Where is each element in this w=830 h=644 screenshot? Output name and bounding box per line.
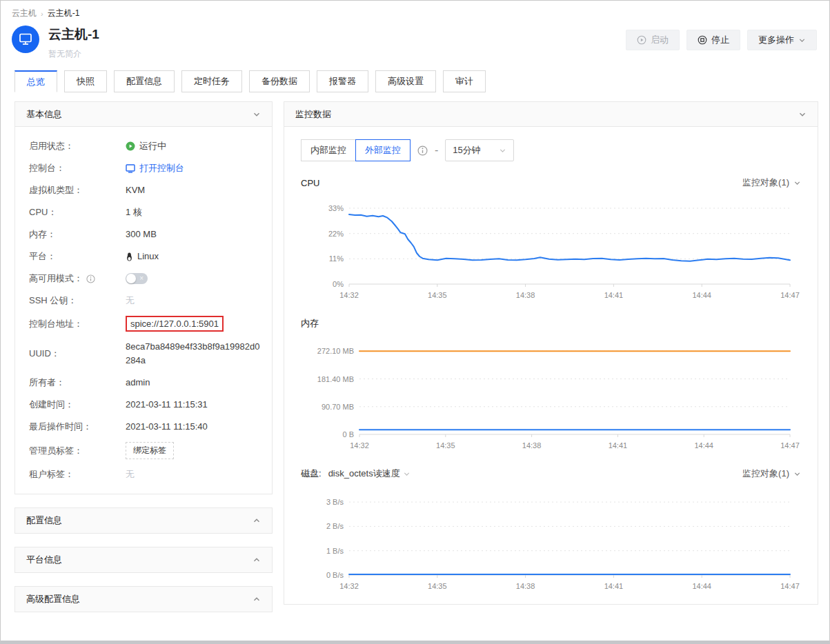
svg-text:0 B/s: 0 B/s xyxy=(326,571,344,579)
stop-circle-icon xyxy=(698,35,707,45)
monitor-target-dropdown-disk[interactable]: 监控对象(1) xyxy=(742,467,801,480)
info-label: 内存： xyxy=(29,228,126,241)
monitoring-panel: 监控数据 内部监控 外部监控 - 15分钟 CP xyxy=(284,101,818,605)
info-row-cpu: CPU： 1 核 xyxy=(29,205,261,219)
page-subtitle: 暂无简介 xyxy=(48,48,99,60)
config-info-title: 配置信息 xyxy=(26,514,62,527)
disk-chart: 0 B/s1 B/s2 B/s3 B/s14:3214:3514:3814:41… xyxy=(301,484,801,593)
info-row-status: 启用状态： 运行中 xyxy=(29,139,261,153)
info-row-uuid: UUID： 8eca7ba8489e4f33b8f9a19982d0284a xyxy=(29,340,261,368)
chevron-up-icon xyxy=(253,556,261,564)
svg-text:14:44: 14:44 xyxy=(692,582,711,590)
breadcrumb-current: 云主机-1 xyxy=(48,8,80,19)
breadcrumb: 云主机 › 云主机-1 xyxy=(1,1,829,19)
platform-value: Linux xyxy=(126,250,261,263)
memory-value: 300 MB xyxy=(126,228,261,241)
start-button[interactable]: 启动 xyxy=(626,30,680,50)
uuid-value: 8eca7ba8489e4f33b8f9a19982d0284a xyxy=(126,340,261,368)
monitor-target-label: 监控对象(1) xyxy=(742,177,789,189)
info-row-create-time: 创建时间： 2021-03-11 11:15:31 xyxy=(29,398,261,412)
linux-penguin-icon xyxy=(126,252,133,261)
monitoring-panel-header[interactable]: 监控数据 xyxy=(284,102,818,127)
info-label: 平台： xyxy=(29,250,126,263)
svg-text:11%: 11% xyxy=(329,254,344,263)
chevron-up-icon xyxy=(253,595,261,603)
svg-text:14:35: 14:35 xyxy=(428,582,447,590)
header-actions: 启动 停止 更多操作 xyxy=(626,30,817,50)
monitoring-title: 监控数据 xyxy=(295,108,331,121)
info-label: 虚拟机类型： xyxy=(29,183,126,197)
tab-audit[interactable]: 审计 xyxy=(443,70,486,92)
interval-select[interactable]: 15分钟 xyxy=(445,139,514,161)
info-label: 控制台地址： xyxy=(29,316,126,332)
svg-text:14:38: 14:38 xyxy=(522,441,542,450)
monitor-target-dropdown-cpu[interactable]: 监控对象(1) xyxy=(742,177,801,189)
advanced-config-panel: 高级配置信息 xyxy=(14,586,273,612)
svg-text:14:32: 14:32 xyxy=(339,582,359,590)
internal-monitor-button[interactable]: 内部监控 xyxy=(301,139,355,161)
left-column: 基本信息 启用状态： 运行中 控制台： 打开控制台 xyxy=(14,101,273,612)
toggle-off-x: × xyxy=(139,273,144,284)
info-row-owner: 所有者： admin xyxy=(29,376,261,390)
info-row-ssh-key: SSH 公钥： 无 xyxy=(29,294,261,308)
info-label: 启用状态： xyxy=(29,139,126,153)
tab-snapshot[interactable]: 快照 xyxy=(64,70,107,92)
info-icon[interactable] xyxy=(417,145,428,156)
open-console-link[interactable]: 打开控制台 xyxy=(126,161,184,175)
memory-section-header: 内存 xyxy=(301,317,801,330)
info-label: 高可用模式： xyxy=(29,272,126,285)
info-label: CPU： xyxy=(29,205,126,219)
chevron-down-icon xyxy=(403,470,411,478)
svg-text:14:47: 14:47 xyxy=(780,291,800,299)
console-value: 打开控制台 xyxy=(126,161,261,175)
info-icon[interactable] xyxy=(86,274,95,283)
info-row-admin-tag: 管理员标签： 绑定标签 xyxy=(29,442,261,459)
svg-text:14:32: 14:32 xyxy=(350,441,369,450)
info-row-console: 控制台： 打开控制台 xyxy=(29,161,261,175)
svg-text:14:41: 14:41 xyxy=(604,582,624,590)
platform-info-panel-header[interactable]: 平台信息 xyxy=(15,547,272,572)
external-monitor-button[interactable]: 外部监控 xyxy=(355,139,411,161)
memory-chart-title: 内存 xyxy=(301,317,319,330)
tab-advanced-settings[interactable]: 高级设置 xyxy=(375,70,436,92)
monitor-target-label: 监控对象(1) xyxy=(742,467,789,480)
stop-button[interactable]: 停止 xyxy=(686,30,740,50)
svg-text:14:38: 14:38 xyxy=(516,291,535,299)
advanced-config-panel-header[interactable]: 高级配置信息 xyxy=(15,587,272,612)
tab-backup-data[interactable]: 备份数据 xyxy=(249,70,310,92)
tab-alarms[interactable]: 报警器 xyxy=(317,70,368,92)
info-label: SSH 公钥： xyxy=(29,294,126,308)
console-address-value: spice://127.0.0.1:5901 xyxy=(126,316,224,332)
ha-mode-toggle[interactable]: × xyxy=(126,273,148,284)
tab-overview[interactable]: 总览 xyxy=(14,70,57,92)
platform-info-panel: 平台信息 xyxy=(14,547,273,573)
disk-metric-dropdown[interactable]: disk_octets读速度 xyxy=(328,467,411,480)
breadcrumb-parent-link[interactable]: 云主机 xyxy=(12,8,37,19)
chevron-down-icon xyxy=(499,147,506,154)
svg-text:14:41: 14:41 xyxy=(609,441,628,450)
basic-info-body: 启用状态： 运行中 控制台： 打开控制台 xyxy=(15,127,272,494)
basic-info-panel-header[interactable]: 基本信息 xyxy=(15,102,272,127)
status-text: 运行中 xyxy=(139,139,166,153)
info-label: 控制台： xyxy=(29,161,126,175)
tab-config-info[interactable]: 配置信息 xyxy=(114,70,175,92)
tab-scheduled-tasks[interactable]: 定时任务 xyxy=(181,70,242,92)
disk-section-header: 磁盘: disk_octets读速度 监控对象(1) xyxy=(301,467,801,480)
svg-text:14:44: 14:44 xyxy=(692,291,711,299)
vm-detail-page: { "colors": { "accent": "#2468f2", "char… xyxy=(0,0,830,644)
config-info-panel-header[interactable]: 配置信息 xyxy=(15,508,272,533)
vm-avatar xyxy=(12,26,39,53)
monitoring-body: 内部监控 外部监控 - 15分钟 CPU 监控对象(1) xyxy=(284,127,818,604)
console-monitor-icon xyxy=(126,164,135,173)
svg-text:14:47: 14:47 xyxy=(780,582,800,590)
svg-text:0 B: 0 B xyxy=(342,430,354,439)
info-row-vm-type: 虚拟机类型： KVM xyxy=(29,183,261,197)
bind-tag-button[interactable]: 绑定标签 xyxy=(126,442,174,459)
title-texts: 云主机-1 暂无简介 xyxy=(48,26,99,60)
svg-text:22%: 22% xyxy=(328,230,344,238)
title-block: 云主机-1 暂无简介 xyxy=(12,26,99,60)
ha-label-text: 高可用模式： xyxy=(29,272,83,285)
more-actions-button[interactable]: 更多操作 xyxy=(747,30,817,50)
start-button-label: 启动 xyxy=(651,34,669,46)
admin-tag-cell: 绑定标签 xyxy=(126,442,261,459)
